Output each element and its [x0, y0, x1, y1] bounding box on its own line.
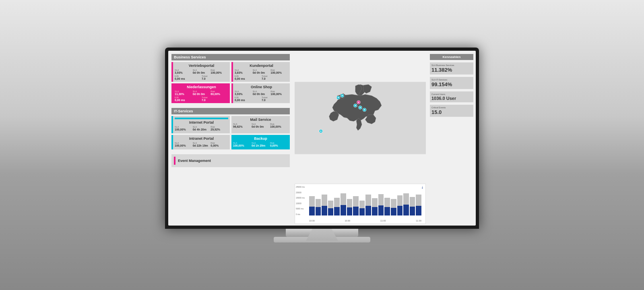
y-label-1: 5000 ms	[296, 207, 305, 210]
vertriebsportal-card[interactable]: Vertriebsportal SLA 3,93% SLA 0d 0h 0m	[171, 62, 230, 82]
map-area	[295, 52, 426, 184]
niederlassungen-card[interactable]: Niederlassungen SLA 11,30% SLA 0d 0h 0m	[171, 83, 230, 103]
bar-outer	[309, 196, 315, 215]
kpi-users-label: Current Users	[431, 93, 472, 95]
metric-ticket: Ticket 7.0	[202, 75, 228, 80]
bar-group	[353, 186, 359, 215]
middle-panel: ⇣ 25000 ms 20000 15000 ms 10000 5000 ms …	[293, 51, 427, 226]
bar-outer	[328, 201, 334, 215]
kundenportal-metrics: SLA 3,83% SLA 0d 0h 0m Risk	[235, 69, 288, 74]
cyan-bar	[175, 118, 228, 119]
kpi-sla-it-label: SLA IT-Services	[431, 79, 472, 81]
bar-inner	[341, 205, 346, 215]
bar-group	[372, 186, 378, 215]
bar-outer	[365, 195, 371, 215]
bar-outer	[384, 198, 390, 215]
bar-group	[322, 186, 327, 215]
kennzahlen-header: Kennzahlen	[430, 54, 473, 60]
niederlassungen-title: Niederlassungen	[175, 85, 228, 89]
chart-area: ⇣ 25000 ms 20000 15000 ms 10000 5000 ms …	[295, 184, 426, 224]
bar-group	[341, 186, 346, 215]
bar-outer	[378, 194, 384, 215]
online-shop-card[interactable]: Online Shop SLA 3,93% SLA 0d 0h 0m	[231, 83, 290, 103]
monitor-neck	[306, 229, 338, 241]
bar-inner	[353, 207, 359, 215]
y-label-2: 10000	[296, 202, 305, 205]
x-label-3: 11:00	[380, 220, 386, 222]
bar-outer	[359, 201, 365, 215]
metric-sla1: SLA 3,93%	[175, 69, 192, 74]
kpi-events-label: Critical Events	[431, 106, 472, 109]
it-services-section: IT-Services Internet Portal SLA 100,00%	[171, 108, 290, 151]
internet-portal-title: Internet Portal	[175, 120, 228, 124]
kpi-sla-it: SLA IT-Services 99.154%	[430, 77, 473, 89]
bar-group	[347, 186, 353, 215]
bar-inner	[365, 206, 371, 215]
niederlassungen-metrics: SLA 11,30% SLA 0d 0h 0m Risk	[175, 90, 228, 95]
kundenportal-title: Kundenportal	[235, 64, 288, 68]
metric-sla2: SLA 0d 0h 0m	[193, 69, 211, 74]
vertriebsportal-title: Vertriebsportal	[175, 64, 228, 68]
kpi-sla-business-label: SLA Business Services	[431, 64, 472, 66]
kpi-sla-business-value: 11.382%	[431, 67, 472, 73]
right-panel: Kennzahlen SLA Business Services 11.382%…	[427, 51, 476, 226]
business-services-header: Business Services	[171, 54, 290, 60]
online-shop-title: Online Shop	[235, 85, 288, 89]
bar-inner	[328, 208, 334, 216]
download-icon[interactable]: ⇣	[421, 186, 424, 189]
chart-y-labels: 25000 ms 20000 15000 ms 10000 5000 ms 0 …	[296, 186, 305, 215]
kpi-users-value: 1036.0 User	[431, 96, 472, 101]
europe-map	[295, 52, 426, 184]
backup-title: Backup	[233, 137, 288, 141]
event-bar	[174, 157, 175, 165]
bar-group	[403, 186, 409, 215]
y-label-0: 0 ms	[296, 213, 305, 215]
bar-inner	[391, 208, 396, 215]
x-label-2: 10:30	[345, 220, 350, 222]
bar-inner	[384, 207, 390, 215]
y-label-3: 15000 ms	[296, 197, 305, 199]
business-services-grid: Vertriebsportal SLA 3,93% SLA 0d 0h 0m	[171, 62, 290, 103]
bar-group	[334, 186, 340, 215]
svg-point-14	[320, 130, 322, 132]
bar-outer	[353, 196, 359, 215]
bar-group	[365, 186, 371, 215]
y-label-4: 20000	[296, 191, 305, 194]
bar-outer	[403, 193, 409, 216]
bar-group	[397, 186, 403, 215]
internet-portal-card[interactable]: Internet Portal SLA 100,00% SLA 0d 4h 20…	[171, 116, 230, 133]
internet-portal-metrics: SLA 100,00% SLA 0d 4h 20m Risk	[175, 126, 228, 131]
bar-group	[328, 186, 334, 215]
intranet-portal-card[interactable]: Intranet Portal SLA 100,00% SLA 0d 22h 1…	[171, 135, 230, 149]
bar-inner	[309, 207, 315, 215]
bar-inner	[322, 206, 327, 215]
bar-inner	[378, 205, 384, 215]
backup-card[interactable]: Backup SLA 100,00% SLA 0d 1h 29m	[231, 135, 290, 149]
bar-group	[391, 186, 396, 215]
metric-e2e: E2E 0,00 ms	[175, 75, 201, 80]
event-management-section: Event Management	[171, 154, 290, 167]
it-services-grid: Internet Portal SLA 100,00% SLA 0d 4h 20…	[171, 116, 290, 149]
backup-metrics: SLA 100,00% SLA 0d 1h 29m Risk	[233, 142, 288, 147]
bar-inner	[397, 206, 403, 215]
mail-service-card[interactable]: Mail Service SLA 96,62% SLA 0d 0h 0m	[231, 116, 290, 133]
bar-group	[384, 186, 390, 215]
dashboard: Business Services Vertriebsportal SLA 3,…	[168, 51, 476, 226]
event-management-label: Event Management	[178, 159, 211, 163]
bar-inner	[359, 208, 365, 215]
bar-outer	[347, 199, 353, 215]
x-label-1: 10:00	[309, 220, 315, 222]
bar-outer	[334, 198, 340, 215]
kundenportal-card[interactable]: Kundenportal SLA 3,83% SLA 0d 0h 0m	[231, 62, 290, 82]
bar-group	[410, 186, 415, 215]
bar-outer	[322, 195, 327, 215]
kpi-sla-it-value: 99.154%	[431, 81, 472, 87]
bar-inner	[372, 207, 378, 215]
monitor: Business Services Vertriebsportal SLA 3,…	[165, 48, 479, 242]
metric-risk: Risk 100,00%	[211, 69, 228, 74]
bar-inner	[347, 207, 353, 215]
bar-inner	[410, 207, 415, 215]
chart-bars	[309, 186, 421, 215]
bar-inner	[334, 207, 340, 215]
kpi-events-value: 15.0	[431, 109, 472, 115]
